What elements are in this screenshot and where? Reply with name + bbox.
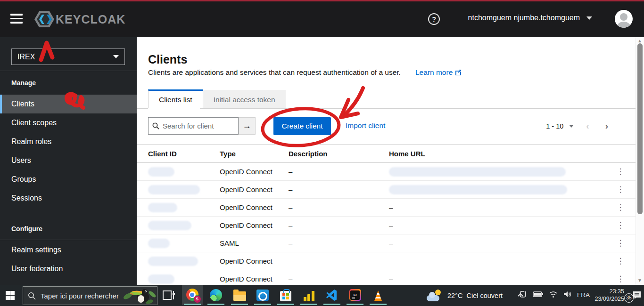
scrollbar-thumb[interactable] [637,43,643,214]
chrome-profile-badge: S [194,296,201,303]
type-cell: OpenID Connect [220,275,289,283]
type-cell: OpenID Connect [220,203,289,211]
sidebar-item-client-scopes[interactable]: Client scopes [0,113,137,132]
client-id-cell[interactable] [148,221,220,230]
sidebar-item-users[interactable]: Users [0,151,137,170]
taskbar-search[interactable]: Taper ici pour rechercher [23,286,157,305]
notification-center-icon[interactable]: 35 [626,290,642,302]
pagination-next-button[interactable]: › [602,121,612,131]
pagination-prev-button[interactable]: ‹ [582,121,593,131]
search-icon [152,122,159,129]
clock-date: 23/09/2025 [594,295,624,303]
scroll-up-icon[interactable]: ▲ [637,38,642,43]
scroll-down-icon[interactable]: ▼ [637,278,642,283]
search-highlight-toucan-image [121,287,157,305]
col-client-id: Client ID [148,150,220,158]
taskbar-file-explorer-icon[interactable] [229,285,250,305]
home-url-cell: – [389,221,610,229]
table-row[interactable]: OpenID Connect – – ⋮ [137,199,636,217]
table-body: OpenID Connect – ⋮ OpenID Connect – ⋮ Op… [137,163,636,288]
battery-icon[interactable] [533,291,543,298]
sidebar-item-realm-settings[interactable]: Realm settings [0,241,137,259]
search-input[interactable] [163,122,233,130]
realm-name: IREX [17,53,35,61]
start-button-icon[interactable] [6,291,15,300]
user-menu[interactable]: ntchomguem njumbe.tchomguem [468,14,592,22]
realm-selector[interactable]: IREX [11,48,125,65]
tab-clients-list[interactable]: Clients list [148,89,203,109]
your-phone-icon[interactable] [519,290,527,298]
kebab-menu-icon[interactable]: ⋮ [610,169,631,175]
taskbar-outlook-icon[interactable] [252,285,273,305]
col-home-url: Home URL [389,150,610,158]
scrollbar[interactable]: ▲ ▼ [636,37,644,285]
tabs-underline [137,108,636,109]
sidebar-item-clients[interactable]: Clients [0,95,137,113]
username: ntchomguem njumbe.tchomguem [468,14,580,22]
external-link-icon [455,69,462,76]
avatar[interactable] [615,10,633,28]
weather-desc: Ciel couvert [466,292,503,299]
import-client-link[interactable]: Import client [346,121,385,130]
create-client-button[interactable]: Create client [273,117,331,135]
clock-time: 23:35 [594,288,624,295]
sidebar-divider [0,71,137,71]
client-id-cell[interactable] [148,239,220,248]
redacted-client-id [148,257,198,266]
wifi-icon[interactable] [549,291,558,298]
kebab-menu-icon[interactable]: ⋮ [610,222,631,229]
hamburger-icon[interactable] [10,14,23,24]
sidebar-item-realm-roles[interactable]: Realm roles [0,132,137,151]
system-tray [519,290,572,298]
taskbar-powerbi-icon[interactable] [298,285,319,305]
kebab-menu-icon[interactable]: ⋮ [610,258,631,265]
search-icon [28,292,36,300]
taskbar-vlc-icon[interactable] [368,285,388,305]
redacted-home-url [389,185,567,194]
taskbar-store-icon[interactable] [275,285,296,305]
weather-temp: 22°C [447,292,462,299]
kebab-menu-icon[interactable]: ⋮ [610,276,631,282]
type-cell: OpenID Connect [220,185,289,193]
table-row[interactable]: SAML – – ⋮ [137,234,636,252]
client-id-cell[interactable] [148,274,220,284]
language-indicator[interactable]: FRA [577,291,590,298]
redacted-client-id [148,167,174,177]
taskbar-chrome-icon[interactable]: S [182,285,203,305]
client-id-cell[interactable] [148,167,220,177]
client-search[interactable] [148,117,239,135]
sidebar-item-user-federation[interactable]: User federation [0,259,137,278]
client-id-cell[interactable] [148,203,220,212]
page-description: Clients are applications and services th… [148,68,401,77]
client-id-cell[interactable] [148,185,220,194]
description-cell: – [289,257,389,265]
clock[interactable]: 23:35 23/09/2025 [594,288,624,303]
pagination: 1 - 10 ‹ › [546,121,612,131]
pagination-range[interactable]: 1 - 10 [546,122,563,130]
sidebar: IREX Manage Clients Client scopes Realm … [0,37,137,285]
cloudy-weather-icon [427,290,443,302]
task-view-icon[interactable] [163,289,176,301]
help-icon[interactable]: ? [428,13,440,25]
home-url-cell [389,167,610,177]
taskbar-edge-icon[interactable] [206,285,226,305]
sidebar-item-sessions[interactable]: Sessions [0,189,137,208]
tab-initial-access-token[interactable]: Initial access token [203,90,286,109]
chevron-down-icon[interactable] [569,125,574,128]
volume-icon[interactable] [563,290,572,298]
table-row[interactable]: OpenID Connect – – ⋮ [137,252,636,270]
table-row[interactable]: OpenID Connect – – ⋮ [137,217,636,234]
table-row[interactable]: OpenID Connect – ⋮ [137,181,636,199]
kebab-menu-icon[interactable]: ⋮ [610,240,631,247]
search-submit-button[interactable]: → [239,117,256,135]
table-row[interactable]: OpenID Connect – ⋮ [137,163,636,181]
client-id-cell[interactable] [148,257,220,266]
weather-widget[interactable]: 22°C Ciel couvert [427,285,503,306]
learn-more-link[interactable]: Learn more [415,68,462,77]
taskbar-vscode-icon[interactable] [322,285,342,305]
sidebar-item-groups[interactable]: Groups [0,170,137,189]
taskbar-intellij-icon[interactable]: IJ [345,285,365,305]
kebab-menu-icon[interactable]: ⋮ [610,186,631,193]
kebab-menu-icon[interactable]: ⋮ [610,204,631,211]
windows-taskbar: Taper ici pour rechercher S [0,285,644,306]
